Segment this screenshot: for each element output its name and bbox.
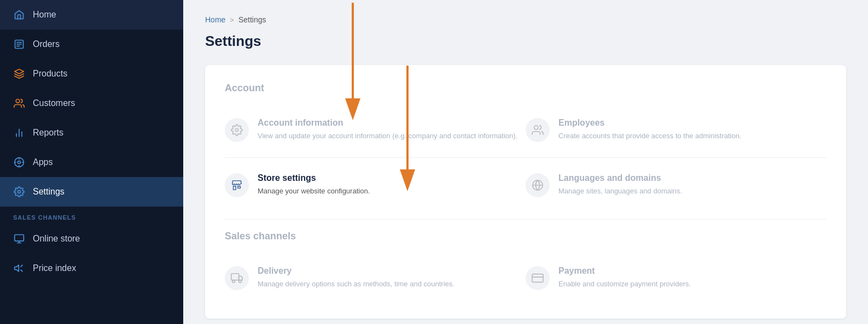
- sidebar-item-customers[interactable]: Customers: [0, 89, 183, 118]
- sidebar-item-orders[interactable]: Orders: [0, 30, 183, 59]
- credit-card-icon: [532, 272, 544, 284]
- svg-point-28: [232, 280, 235, 283]
- account-information-title: Account information: [258, 118, 517, 128]
- globe-icon: [532, 179, 544, 191]
- svg-point-14: [18, 191, 21, 193]
- account-settings-grid: Account information View and update your…: [225, 107, 826, 208]
- sidebar-item-settings[interactable]: Settings: [0, 177, 183, 207]
- svg-point-22: [534, 126, 538, 129]
- sidebar-item-home[interactable]: Home: [0, 0, 183, 30]
- delivery-text: Delivery Manage delivery options such as…: [258, 266, 455, 290]
- gear-icon: [231, 124, 243, 136]
- delivery-title: Delivery: [258, 266, 455, 276]
- store-settings-desc: Manage your website configuration.: [258, 186, 370, 197]
- sidebar: Home Orders Products: [0, 0, 183, 324]
- price-index-icon: [13, 262, 25, 274]
- sidebar-item-home-label: Home: [33, 10, 56, 20]
- sidebar-item-products[interactable]: Products: [0, 59, 183, 89]
- products-icon: [13, 68, 25, 80]
- payment-text: Payment Enable and customize payment pro…: [558, 266, 691, 290]
- languages-domains-text: Languages and domains Manage sites, lang…: [558, 173, 682, 197]
- breadcrumb-home-link[interactable]: Home: [205, 15, 225, 24]
- account-divider: [225, 157, 826, 158]
- sales-channels-section-title: Sales channels: [225, 231, 826, 242]
- account-information-text: Account information View and update your…: [258, 118, 517, 142]
- store-settings-item[interactable]: Store settings Manage your website confi…: [225, 162, 526, 208]
- store-settings-title: Store settings: [258, 173, 370, 183]
- sidebar-item-online-store-label: Online store: [33, 234, 80, 244]
- languages-domains-item[interactable]: Languages and domains Manage sites, lang…: [526, 162, 826, 208]
- svg-line-19: [21, 265, 22, 267]
- account-information-item[interactable]: Account information View and update your…: [225, 107, 526, 153]
- sidebar-item-apps[interactable]: Apps: [0, 148, 183, 177]
- payment-icon-wrapper: [526, 266, 550, 290]
- employees-icon: [532, 124, 544, 136]
- sidebar-item-reports-label: Reports: [33, 128, 63, 138]
- page-title: Settings: [205, 33, 846, 50]
- sidebar-item-apps-label: Apps: [33, 157, 53, 167]
- svg-rect-23: [234, 186, 236, 190]
- truck-icon: [231, 272, 243, 284]
- sidebar-item-products-label: Products: [33, 69, 67, 79]
- apps-icon: [13, 156, 25, 168]
- store-icon: [231, 179, 243, 191]
- sidebar-item-settings-label: Settings: [33, 187, 65, 197]
- languages-domains-title: Languages and domains: [558, 173, 682, 183]
- svg-rect-27: [231, 274, 239, 280]
- svg-line-20: [21, 270, 22, 272]
- languages-domains-desc: Manage sites, languages and domains.: [558, 186, 682, 197]
- svg-rect-24: [238, 186, 241, 188]
- languages-domains-icon-wrapper: [526, 173, 550, 197]
- store-settings-text: Store settings Manage your website confi…: [258, 173, 370, 197]
- employees-text: Employees Create accounts that provide a…: [558, 118, 742, 142]
- customers-icon: [13, 97, 25, 109]
- sidebar-item-reports[interactable]: Reports: [0, 118, 183, 148]
- orders-icon: [13, 38, 25, 50]
- sidebar-item-customers-label: Customers: [33, 98, 75, 108]
- breadcrumb-current: Settings: [238, 15, 266, 24]
- employees-icon-wrapper: [526, 118, 550, 142]
- svg-point-4: [16, 99, 20, 103]
- online-store-icon: [13, 233, 25, 245]
- svg-point-9: [18, 161, 21, 164]
- svg-rect-15: [15, 235, 24, 241]
- delivery-item[interactable]: Delivery Manage delivery options such as…: [225, 255, 526, 301]
- payment-item[interactable]: Payment Enable and customize payment pro…: [526, 255, 826, 301]
- home-icon: [13, 9, 25, 21]
- svg-rect-30: [532, 274, 543, 282]
- delivery-desc: Manage delivery options such as methods,…: [258, 279, 455, 290]
- employees-desc: Create accounts that provide access to t…: [558, 131, 742, 142]
- settings-card: Account Account information View and upd…: [205, 65, 846, 319]
- svg-marker-18: [15, 265, 19, 272]
- reports-icon: [13, 127, 25, 139]
- sidebar-item-online-store[interactable]: Online store: [0, 224, 183, 254]
- account-information-icon-wrapper: [225, 118, 249, 142]
- employees-item[interactable]: Employees Create accounts that provide a…: [526, 107, 826, 153]
- payment-desc: Enable and customize payment providers.: [558, 279, 691, 290]
- section-divider: [225, 219, 826, 220]
- account-section-title: Account: [225, 83, 826, 94]
- sidebar-item-price-index-label: Price index: [33, 263, 76, 273]
- sidebar-item-price-index[interactable]: Price index: [0, 254, 183, 283]
- sales-channels-section-label: SALES CHANNELS: [0, 207, 183, 224]
- main-content: Home > Settings Settings Account Account…: [183, 0, 868, 324]
- settings-icon: [13, 186, 25, 198]
- svg-point-29: [239, 280, 242, 283]
- account-information-desc: View and update your account information…: [258, 131, 517, 142]
- store-settings-icon-wrapper: [225, 173, 249, 197]
- payment-title: Payment: [558, 266, 691, 276]
- delivery-icon-wrapper: [225, 266, 249, 290]
- svg-point-21: [235, 128, 238, 132]
- breadcrumb: Home > Settings: [205, 15, 846, 24]
- breadcrumb-separator: >: [230, 16, 234, 24]
- sales-channels-settings-grid: Delivery Manage delivery options such as…: [225, 255, 826, 301]
- sidebar-item-orders-label: Orders: [33, 39, 60, 49]
- employees-title: Employees: [558, 118, 742, 128]
